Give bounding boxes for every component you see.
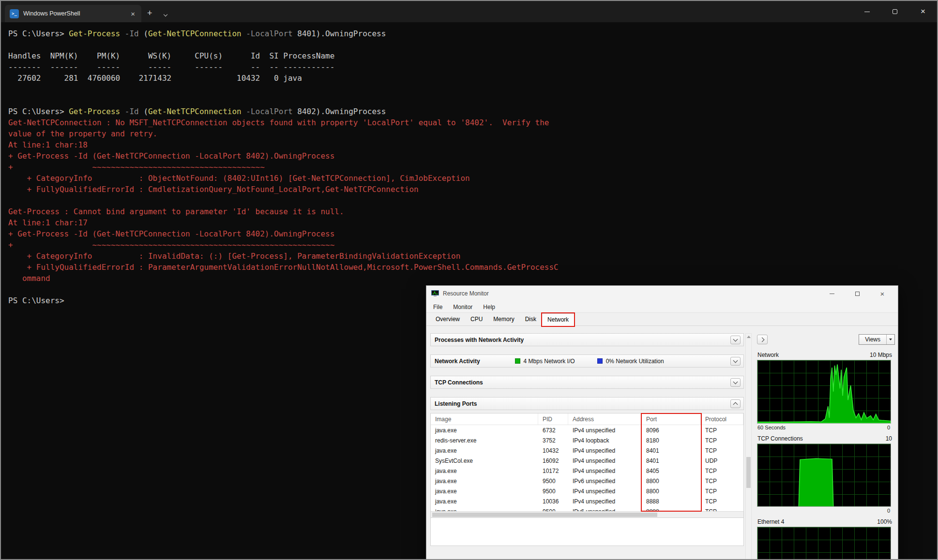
menu-monitor[interactable]: Monitor	[453, 304, 472, 310]
legend-network-io: 4 Mbps Network I/O	[515, 358, 575, 365]
terminal-line: + CategoryInfo : ObjectNotFound: (8402:U…	[8, 173, 937, 184]
tab-network[interactable]: Network	[542, 313, 575, 326]
cell: 16092	[538, 457, 568, 464]
cell: IPv6 unspecified	[568, 478, 642, 485]
menu-help[interactable]: Help	[483, 304, 495, 310]
resmon-titlebar[interactable]: Resource Monitor ×	[426, 286, 898, 301]
collapse-button[interactable]	[730, 336, 741, 344]
terminal-line: Handles NPM(K) PM(K) WS(K) CPU(s) Id SI …	[8, 50, 937, 61]
listening-port-row[interactable]: java.exe9500IPv6 unspecified8800TCP	[431, 476, 743, 486]
cell: 8405	[642, 468, 701, 474]
chevron-down-icon	[163, 12, 167, 16]
resmon-close-button[interactable]: ×	[870, 286, 895, 301]
column-pid[interactable]: PID	[538, 413, 568, 425]
cell: java.exe	[431, 498, 538, 505]
listening-port-row[interactable]: SysEvtCol.exe16092IPv4 unspecified8401UD…	[431, 456, 743, 466]
cell: SysEvtCol.exe	[431, 457, 538, 464]
tab-close-icon[interactable]: ×	[129, 10, 136, 18]
horizontal-scrollbar[interactable]	[431, 511, 743, 517]
resmon-body: Processes with Network Activity Network …	[426, 326, 898, 560]
powershell-icon: >_	[10, 9, 19, 18]
column-image[interactable]: Image	[431, 413, 538, 425]
section-listening-ports[interactable]: Listening Ports	[430, 397, 744, 410]
resmon-title: Resource Monitor	[443, 290, 489, 297]
listening-port-row[interactable]: redis-server.exe3752IPv4 loopback8180TCP	[431, 435, 743, 445]
section-network-activity[interactable]: Network Activity 4 Mbps Network I/O 0% N…	[430, 354, 744, 368]
views-dropdown[interactable]: Views	[859, 334, 895, 345]
tab-memory[interactable]: Memory	[488, 313, 519, 325]
listening-port-row[interactable]: java.exe10036IPv4 unspecified8888TCP	[431, 496, 743, 506]
terminal-line: PS C:\Users> Get-Process -Id (Get-NetTCP…	[8, 28, 937, 39]
green-square-icon	[515, 358, 520, 364]
cell: 8096	[642, 427, 701, 434]
listening-port-row[interactable]: java.exe9500IPv4 unspecified8800TCP	[431, 486, 743, 496]
scroll-up-icon[interactable]	[747, 336, 751, 338]
resmon-left-pane: Processes with Network Activity Network …	[430, 333, 744, 560]
graph-max-label: 10	[886, 435, 892, 442]
menu-file[interactable]: File	[433, 304, 442, 310]
minimize-icon	[830, 294, 834, 294]
resmon-maximize-button[interactable]	[845, 286, 870, 301]
scrollbar-thumb[interactable]	[432, 513, 657, 517]
collapse-button[interactable]	[730, 357, 741, 366]
section-title: Processes with Network Activity	[435, 337, 524, 343]
terminal-line: + ~~~~~~~~~~~~~~~~~~~~~~~~~~~~~~~~~~~~~	[8, 162, 937, 173]
graph-tcp-label-row: TCP Connections 10	[757, 435, 892, 442]
expand-pane-button[interactable]	[757, 335, 768, 344]
graph-network-footer: 60 Seconds 0	[757, 425, 890, 430]
scrollbar-thumb[interactable]	[746, 457, 751, 488]
cell: IPv4 unspecified	[568, 498, 642, 505]
terminal-line: At line:1 char:18	[8, 139, 937, 150]
listening-port-row[interactable]: java.exe6732IPv4 unspecified8096TCP	[431, 425, 743, 435]
graph-network-label-row: Network 10 Mbps	[757, 352, 892, 358]
new-tab-button[interactable]: +	[141, 8, 158, 18]
minimize-button[interactable]	[853, 1, 881, 22]
graph-title: Network	[757, 352, 779, 358]
maximize-button[interactable]	[881, 1, 909, 22]
terminal-line: ommand	[8, 273, 937, 284]
chevron-down-icon	[733, 379, 738, 384]
tab-title: Windows PowerShell	[23, 10, 125, 17]
resmon-minimize-button[interactable]	[819, 286, 845, 301]
listening-ports-header: Image PID Address Port Protocol	[431, 413, 743, 425]
close-button[interactable]: ×	[909, 1, 937, 22]
graph-max-label: 10 Mbps	[870, 352, 892, 358]
views-dropdown-arrow[interactable]	[886, 335, 894, 344]
section-tcp-connections[interactable]: TCP Connections	[430, 376, 744, 389]
graph-tcp-footer: 0	[757, 508, 890, 514]
listening-port-row[interactable]: java.exe9500IPv6 unspecified8888TCP	[431, 506, 743, 511]
section-title: Listening Ports	[435, 400, 477, 407]
listening-port-row[interactable]: java.exe10432IPv4 unspecified8401TCP	[431, 445, 743, 456]
cell: 3752	[538, 437, 568, 444]
legend-label: 4 Mbps Network I/O	[524, 358, 575, 365]
collapse-button[interactable]	[730, 378, 741, 387]
section-processes-with-network-activity[interactable]: Processes with Network Activity	[430, 333, 744, 346]
terminal-line: ------- ------ ----- ----- ------ -- -- …	[8, 61, 937, 73]
ethernet-graph	[757, 527, 891, 560]
column-address[interactable]: Address	[568, 413, 642, 425]
column-port[interactable]: Port	[642, 413, 701, 425]
legend-network-utilization: 0% Network Utilization	[597, 358, 664, 365]
collapse-button[interactable]	[730, 399, 741, 408]
graph-footer-right: 0	[887, 508, 890, 514]
tcp-connections-graph	[757, 443, 891, 507]
listening-ports-whitespace	[430, 518, 744, 546]
vertical-scrollbar[interactable]	[745, 333, 752, 560]
tab-dropdown-icon[interactable]	[158, 8, 173, 18]
tab-windows-powershell[interactable]: >_ Windows PowerShell ×	[5, 5, 141, 22]
column-protocol[interactable]: Protocol	[701, 413, 743, 425]
terminal-line	[8, 95, 937, 106]
terminal-tabbar: >_ Windows PowerShell × + ×	[1, 1, 937, 22]
cell: TCP	[701, 437, 743, 444]
maximize-icon	[855, 292, 860, 296]
network-graph	[757, 360, 891, 424]
tab-disk[interactable]: Disk	[520, 313, 542, 325]
cell: IPv4 unspecified	[568, 427, 642, 434]
cell: java.exe	[431, 447, 538, 454]
terminal-line: + ~~~~~~~~~~~~~~~~~~~~~~~~~~~~~~~~~~~~~~…	[8, 239, 937, 251]
tab-overview[interactable]: Overview	[430, 313, 465, 325]
tab-cpu[interactable]: CPU	[465, 313, 488, 325]
graph-pane-header: Views	[757, 333, 895, 346]
terminal-line	[8, 39, 937, 50]
listening-port-row[interactable]: java.exe10172IPv4 unspecified8405TCP	[431, 466, 743, 476]
